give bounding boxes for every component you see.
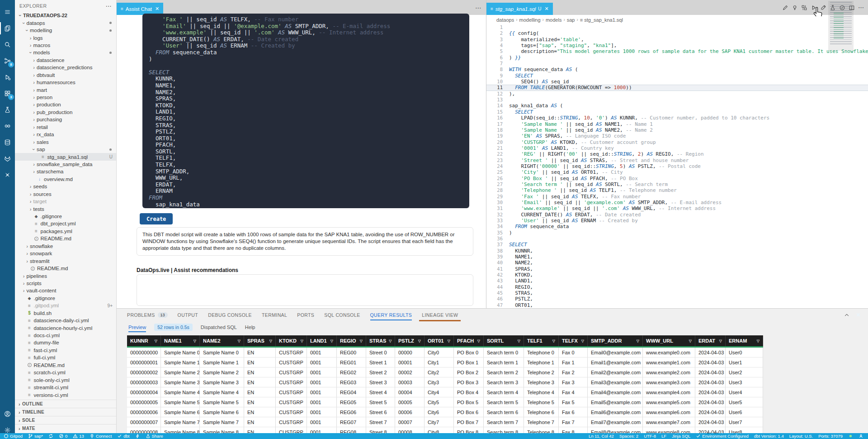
mate-activity-button[interactable] [0,167,15,182]
pipelines-activity-button[interactable]: 8 [0,53,15,68]
subtab-help[interactable]: Help [245,321,255,333]
tree-item-build-sh[interactable]: $build.sh [15,310,116,317]
tree-item-snowflake-sample-data[interactable]: ›snowflake_sample_data [15,161,116,168]
tree-item-versions-ci-yml[interactable]: ≡versions-ci.yml [15,391,116,398]
tree-item-sources[interactable]: ›sources [15,191,116,198]
tree-item-snowpark[interactable]: ›snowpark [15,250,116,257]
filter-icon[interactable]: ▽ [717,339,722,343]
filter-icon[interactable]: ▽ [579,339,584,343]
status-item-share[interactable]: Share [146,434,163,439]
subtab-dispatched-sql[interactable]: Dispatched SQL [201,321,237,333]
tree-item-target[interactable]: ›target [15,198,116,205]
status-item-spaces-2[interactable]: Spaces: 2 [619,434,638,439]
breadcrumb-item-stg-sap-kna1-sql[interactable]: ≡ stg_sap_kna1.sql [580,17,623,23]
status-item-connect[interactable]: Connect [90,434,112,439]
tree-item-vault-content[interactable]: ›vault-content [15,287,116,294]
tree-item-person[interactable]: ›person [15,94,116,101]
tree-item-scripts[interactable]: ›scripts [15,280,116,287]
status-item-gitpod[interactable]: Gitpod [4,434,23,439]
tree-item--gitignore[interactable]: ◆.gitignore [15,213,116,220]
filter-icon[interactable]: ▽ [686,339,692,343]
close-icon[interactable]: ✕ [856,312,861,318]
tree-item-streamlit[interactable]: ›streamlit [15,257,116,264]
database-activity-button[interactable] [0,135,15,150]
status-item-status-dot-icon[interactable] [848,434,853,439]
infinity-activity-button[interactable] [0,119,15,134]
tree-item-streamlit-ci-yml[interactable]: ≡streamlit-ci.yml [15,384,116,391]
tree-item-tests[interactable]: ›tests [15,205,116,212]
tree-item-dbtvault[interactable]: ›dbtvault [15,72,116,79]
tree-item--gitignore[interactable]: ◆.gitignore [15,295,116,302]
tree-item-rx-data[interactable]: ›rx_data [15,131,116,138]
tree-item-production[interactable]: ›production [15,101,116,108]
tree-item-dbt-project-yml[interactable]: ≡dbt_project.yml [15,220,116,227]
subtab-preview[interactable]: Preview [128,321,146,333]
extensions-activity-button[interactable]: 3 [0,86,15,101]
column-header-spras[interactable]: SPRAS▽ [244,335,276,346]
create-button[interactable]: Create [140,213,173,224]
column-header-land1[interactable]: LAND1▽ [307,335,337,346]
filter-icon[interactable]: ▽ [357,339,363,343]
filter-icon[interactable]: ▽ [191,339,196,343]
filter-icon[interactable]: ▽ [386,339,392,343]
tree-item-stg-sap-kna1-sql[interactable]: ≡stg_sap_kna1.sqlU [15,153,116,160]
panel-tab-query-results[interactable]: QUERY RESULTS [370,309,412,321]
minimap[interactable] [830,1,858,291]
tree-item-datascience[interactable]: ›datascience [15,57,116,64]
tree-item-overview-md[interactable]: ↓overview.md [15,176,116,183]
menu-activity-button[interactable] [0,5,15,19]
tab-assist-chat[interactable]: ≡ Assist Chat ✕ [117,3,163,15]
tree-item-fast-ci-yml[interactable]: ≡fast-ci.yml [15,347,116,354]
filter-icon[interactable]: ▽ [754,339,760,343]
explorer-more-icon[interactable]: ⋯ [106,3,112,10]
column-header-regio[interactable]: REGIO▽ [337,335,366,346]
tree-item-datascience-hourly-ci-yml[interactable]: ≡datascience-hourly-ci.yml [15,324,116,331]
tree-item-full-ci-yml[interactable]: ≡full-ci.yml [15,354,116,361]
status-item-jinja-sql[interactable]: Jinja SQL [672,434,690,439]
tree-item-docs-ci-yml[interactable]: ≡docs-ci.yml [15,332,116,339]
status-item-environment-configured[interactable]: Environment Configured [696,434,748,439]
breadcrumb-item-models[interactable]: models [546,17,561,23]
build-icon[interactable] [820,5,826,11]
filter-icon[interactable]: ▽ [267,339,272,343]
more-icon[interactable]: ⋯ [858,4,864,11]
status-item-ports-37079[interactable]: Ports: 37079 [818,434,843,439]
tree-item-humanresources[interactable]: ›humanresources [15,79,116,86]
panel-tab-debug-console[interactable]: DEBUG CONSOLE [208,309,252,321]
tree-item-pipelines[interactable]: ›pipelines [15,272,116,279]
breadcrumb-item-dataops[interactable]: dataops [496,17,514,23]
tree-item-retail[interactable]: ›retail [15,124,116,131]
tree-item-readme-md[interactable]: iREADME.md [15,265,116,272]
status-item-0[interactable]: 0 [59,434,67,439]
filter-icon[interactable]: ▽ [475,339,480,343]
close-icon[interactable]: ✕ [155,6,159,12]
tree-item-packages-yml[interactable]: ≡packages.yml [15,228,116,235]
tree-item-sap[interactable]: ›sap [15,146,116,153]
column-header-stras[interactable]: STRAS▽ [366,335,395,346]
tree-item-macros[interactable]: ›macros [15,42,116,49]
tree-item-mart[interactable]: ›mart [15,86,116,93]
column-header-telf1[interactable]: TELF1▽ [524,335,559,346]
column-header-ernam[interactable]: ERNAM▽ [726,335,763,346]
run-icon[interactable] [811,5,817,11]
status-item-lightning-icon[interactable] [135,434,140,439]
tree-item-sales[interactable]: ›sales [15,138,116,145]
filter-icon[interactable]: ▽ [550,339,555,343]
status-item-utf-8[interactable]: UTF-8 [644,434,656,439]
tree-item-modelling[interactable]: ›modelling [15,27,116,34]
status-item-dbt-version-1-4[interactable]: dbt Version: 1.4 [754,434,784,439]
tree-item-starschema[interactable]: ›starschema [15,168,116,175]
flask-activity-button[interactable] [0,102,15,117]
panel-tab-problems[interactable]: PROBLEMS13 [127,309,168,321]
tree-item-truedataops-22[interactable]: ›TRUEDATAOPS-22 [15,12,116,19]
tab-stg-sap-kna1[interactable]: ≡ stg_sap_kna1.sql U ✕ [486,3,553,15]
tree-item-models[interactable]: ›models [15,49,116,56]
chat-more-icon[interactable]: ⋯ [471,4,486,11]
files-activity-button[interactable] [0,21,15,36]
column-header-telfx[interactable]: TELFX▽ [559,335,588,346]
column-header-name2[interactable]: NAME2▽ [200,335,244,346]
tree-item-scratch-ci-yml[interactable]: ≡scratch-ci.yml [15,369,116,376]
status-item-dbt[interactable]: dbt [117,434,129,439]
column-header-erdat[interactable]: ERDAT▽ [695,335,726,346]
tree-item--gitpod-yml[interactable]: ≡.gitpod.yml9+ [15,302,116,309]
